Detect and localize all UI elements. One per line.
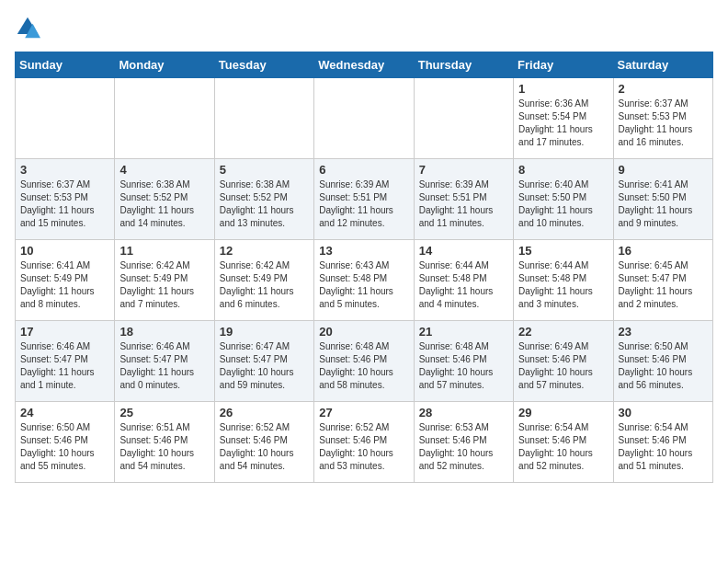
day-info: Sunrise: 6:43 AM Sunset: 5:48 PM Dayligh…	[319, 259, 408, 311]
calendar-cell: 4Sunrise: 6:38 AM Sunset: 5:52 PM Daylig…	[115, 159, 214, 240]
calendar-week-1: 1Sunrise: 6:36 AM Sunset: 5:54 PM Daylig…	[16, 78, 713, 159]
day-number: 14	[419, 244, 508, 258]
weekday-header-thursday: Thursday	[414, 52, 513, 78]
calendar-cell	[214, 78, 313, 159]
calendar-cell: 27Sunrise: 6:52 AM Sunset: 5:46 PM Dayli…	[314, 402, 414, 483]
day-number: 7	[419, 163, 508, 177]
day-info: Sunrise: 6:37 AM Sunset: 5:53 PM Dayligh…	[20, 178, 109, 230]
calendar-cell	[414, 78, 513, 159]
day-info: Sunrise: 6:40 AM Sunset: 5:50 PM Dayligh…	[518, 178, 608, 230]
day-info: Sunrise: 6:36 AM Sunset: 5:54 PM Dayligh…	[518, 98, 608, 149]
calendar-cell	[314, 78, 414, 159]
day-number: 21	[419, 325, 508, 339]
day-info: Sunrise: 6:38 AM Sunset: 5:52 PM Dayligh…	[119, 178, 209, 230]
day-info: Sunrise: 6:53 AM Sunset: 5:46 PM Dayligh…	[419, 421, 508, 473]
day-number: 29	[518, 406, 608, 419]
calendar-cell: 26Sunrise: 6:52 AM Sunset: 5:46 PM Dayli…	[214, 402, 313, 483]
weekday-header-sunday: Sunday	[16, 52, 115, 78]
calendar-cell: 14Sunrise: 6:44 AM Sunset: 5:48 PM Dayli…	[414, 240, 513, 321]
calendar-cell: 30Sunrise: 6:54 AM Sunset: 5:46 PM Dayli…	[613, 402, 712, 483]
calendar-cell: 3Sunrise: 6:37 AM Sunset: 5:53 PM Daylig…	[16, 159, 115, 240]
day-info: Sunrise: 6:47 AM Sunset: 5:47 PM Dayligh…	[220, 340, 309, 392]
day-info: Sunrise: 6:54 AM Sunset: 5:46 PM Dayligh…	[619, 421, 708, 473]
calendar-cell: 10Sunrise: 6:41 AM Sunset: 5:49 PM Dayli…	[16, 240, 115, 321]
calendar-cell: 8Sunrise: 6:40 AM Sunset: 5:50 PM Daylig…	[514, 159, 613, 240]
calendar-cell: 1Sunrise: 6:36 AM Sunset: 5:54 PM Daylig…	[514, 78, 613, 159]
day-number: 22	[518, 325, 608, 339]
calendar-cell: 18Sunrise: 6:46 AM Sunset: 5:47 PM Dayli…	[115, 321, 214, 402]
day-info: Sunrise: 6:39 AM Sunset: 5:51 PM Dayligh…	[419, 178, 508, 230]
day-info: Sunrise: 6:49 AM Sunset: 5:46 PM Dayligh…	[518, 340, 608, 392]
day-info: Sunrise: 6:51 AM Sunset: 5:46 PM Dayligh…	[119, 421, 209, 473]
calendar-cell: 2Sunrise: 6:37 AM Sunset: 5:53 PM Daylig…	[613, 78, 712, 159]
day-number: 24	[20, 406, 109, 419]
day-number: 9	[619, 163, 708, 177]
calendar-cell: 20Sunrise: 6:48 AM Sunset: 5:46 PM Dayli…	[314, 321, 414, 402]
day-number: 6	[319, 163, 408, 177]
calendar-cell: 29Sunrise: 6:54 AM Sunset: 5:46 PM Dayli…	[514, 402, 613, 483]
day-info: Sunrise: 6:46 AM Sunset: 5:47 PM Dayligh…	[119, 340, 209, 392]
day-info: Sunrise: 6:42 AM Sunset: 5:49 PM Dayligh…	[119, 259, 209, 311]
logo	[15, 15, 44, 40]
day-number: 1	[518, 82, 608, 96]
day-number: 23	[619, 325, 708, 339]
calendar-cell: 19Sunrise: 6:47 AM Sunset: 5:47 PM Dayli…	[214, 321, 313, 402]
day-number: 13	[319, 244, 408, 258]
day-info: Sunrise: 6:41 AM Sunset: 5:50 PM Dayligh…	[619, 178, 708, 230]
calendar-cell: 13Sunrise: 6:43 AM Sunset: 5:48 PM Dayli…	[314, 240, 414, 321]
header	[15, 15, 713, 40]
calendar-cell: 25Sunrise: 6:51 AM Sunset: 5:46 PM Dayli…	[115, 402, 214, 483]
day-number: 11	[119, 244, 209, 258]
calendar-cell	[16, 78, 115, 159]
day-number: 8	[518, 163, 608, 177]
day-info: Sunrise: 6:44 AM Sunset: 5:48 PM Dayligh…	[419, 259, 508, 311]
logo-icon	[15, 15, 40, 40]
day-number: 5	[220, 163, 309, 177]
day-info: Sunrise: 6:46 AM Sunset: 5:47 PM Dayligh…	[20, 340, 109, 392]
day-info: Sunrise: 6:44 AM Sunset: 5:48 PM Dayligh…	[518, 259, 608, 311]
calendar-cell: 21Sunrise: 6:48 AM Sunset: 5:46 PM Dayli…	[414, 321, 513, 402]
day-number: 3	[20, 163, 109, 177]
day-number: 26	[220, 406, 309, 419]
day-number: 28	[419, 406, 508, 419]
day-info: Sunrise: 6:48 AM Sunset: 5:46 PM Dayligh…	[419, 340, 508, 392]
day-info: Sunrise: 6:39 AM Sunset: 5:51 PM Dayligh…	[319, 178, 408, 230]
calendar-cell: 28Sunrise: 6:53 AM Sunset: 5:46 PM Dayli…	[414, 402, 513, 483]
day-info: Sunrise: 6:50 AM Sunset: 5:46 PM Dayligh…	[619, 340, 708, 392]
calendar-cell: 15Sunrise: 6:44 AM Sunset: 5:48 PM Dayli…	[514, 240, 613, 321]
weekday-header-row: SundayMondayTuesdayWednesdayThursdayFrid…	[16, 52, 713, 78]
day-info: Sunrise: 6:45 AM Sunset: 5:47 PM Dayligh…	[619, 259, 708, 311]
calendar-week-2: 3Sunrise: 6:37 AM Sunset: 5:53 PM Daylig…	[16, 159, 713, 240]
calendar-week-5: 24Sunrise: 6:50 AM Sunset: 5:46 PM Dayli…	[16, 402, 713, 483]
day-info: Sunrise: 6:48 AM Sunset: 5:46 PM Dayligh…	[319, 340, 408, 392]
day-number: 4	[119, 163, 209, 177]
calendar-cell: 7Sunrise: 6:39 AM Sunset: 5:51 PM Daylig…	[414, 159, 513, 240]
day-info: Sunrise: 6:52 AM Sunset: 5:46 PM Dayligh…	[319, 421, 408, 473]
weekday-header-tuesday: Tuesday	[214, 52, 313, 78]
weekday-header-saturday: Saturday	[613, 52, 712, 78]
calendar-cell: 17Sunrise: 6:46 AM Sunset: 5:47 PM Dayli…	[16, 321, 115, 402]
calendar-cell: 22Sunrise: 6:49 AM Sunset: 5:46 PM Dayli…	[514, 321, 613, 402]
calendar-cell: 5Sunrise: 6:38 AM Sunset: 5:52 PM Daylig…	[214, 159, 313, 240]
weekday-header-monday: Monday	[115, 52, 214, 78]
day-number: 30	[619, 406, 708, 419]
weekday-header-friday: Friday	[514, 52, 613, 78]
calendar-cell: 23Sunrise: 6:50 AM Sunset: 5:46 PM Dayli…	[613, 321, 712, 402]
calendar-week-4: 17Sunrise: 6:46 AM Sunset: 5:47 PM Dayli…	[16, 321, 713, 402]
day-number: 16	[619, 244, 708, 258]
day-number: 19	[220, 325, 309, 339]
day-number: 27	[319, 406, 408, 419]
day-info: Sunrise: 6:37 AM Sunset: 5:53 PM Dayligh…	[619, 98, 708, 149]
calendar-cell: 6Sunrise: 6:39 AM Sunset: 5:51 PM Daylig…	[314, 159, 414, 240]
calendar-table: SundayMondayTuesdayWednesdayThursdayFrid…	[15, 52, 713, 483]
day-number: 20	[319, 325, 408, 339]
calendar-week-3: 10Sunrise: 6:41 AM Sunset: 5:49 PM Dayli…	[16, 240, 713, 321]
day-info: Sunrise: 6:42 AM Sunset: 5:49 PM Dayligh…	[220, 259, 309, 311]
calendar-cell	[115, 78, 214, 159]
day-number: 10	[20, 244, 109, 258]
day-info: Sunrise: 6:38 AM Sunset: 5:52 PM Dayligh…	[220, 178, 309, 230]
day-info: Sunrise: 6:52 AM Sunset: 5:46 PM Dayligh…	[220, 421, 309, 473]
day-number: 25	[119, 406, 209, 419]
day-number: 12	[220, 244, 309, 258]
calendar-cell: 11Sunrise: 6:42 AM Sunset: 5:49 PM Dayli…	[115, 240, 214, 321]
